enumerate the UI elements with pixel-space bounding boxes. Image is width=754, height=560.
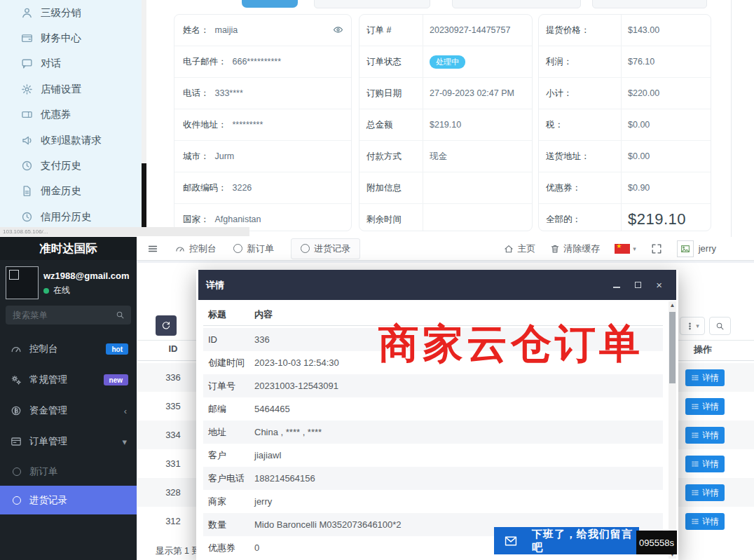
dark-sidebar: 准时达国际 wz1988@gmail.com 在线 控制台hot常规管理new资… — [0, 237, 137, 560]
detail-button[interactable]: 详情 — [685, 484, 725, 501]
refresh-icon — [161, 321, 171, 331]
sidebar-scrollbar[interactable] — [142, 0, 146, 233]
user-menu[interactable]: jerry — [677, 240, 716, 257]
detail-button[interactable]: 详情 — [685, 456, 725, 472]
detail-row: 订单状态处理中 — [359, 46, 532, 78]
refresh-button[interactable] — [156, 315, 177, 336]
sidebar-item[interactable]: 对话 — [0, 51, 145, 76]
menu-item[interactable]: 订单管理▾ — [0, 426, 137, 457]
field-label: 提货价格： — [546, 25, 590, 36]
filter-input[interactable] — [314, 0, 430, 8]
field-value: Jurm — [215, 151, 235, 161]
status-badge: 处理中 — [430, 55, 465, 69]
home-icon — [504, 244, 514, 254]
customer-details-card: 姓名：maijia电子邮件：666**********电话：333****收件地… — [174, 14, 352, 231]
nav-tab[interactable]: 进货记录 — [291, 238, 360, 259]
detail-button[interactable]: 详情 — [685, 369, 725, 386]
row-value: 0 — [254, 536, 259, 559]
row-value: 336 — [254, 328, 270, 351]
detail-row: 送货地址：$0.00 — [539, 141, 711, 172]
url-text: 103.108.65.106/... — [0, 227, 249, 236]
field-label: 姓名： — [183, 25, 210, 36]
field-label: 利润： — [546, 56, 573, 68]
submenu-item-label: 进货记录 — [29, 494, 67, 507]
menu-item-label: 常规管理 — [29, 374, 67, 386]
doc-icon — [21, 185, 33, 197]
sidebar-item-label: 支付历史 — [41, 159, 81, 172]
scrollbar-thumb[interactable] — [669, 312, 676, 383]
modal-scrollbar[interactable]: ▲ ▼ — [669, 301, 676, 559]
amounts-card: 提货价格：$143.00利润：$76.10小计：$220.00税：$0.00送货… — [538, 14, 711, 231]
field-label: 全部的： — [546, 214, 581, 226]
sidebar-item-label: 财务中心 — [41, 32, 81, 45]
submenu-item[interactable]: 新订单 — [0, 457, 137, 486]
field-label: 剩余时间 — [366, 214, 402, 226]
nav-tab[interactable]: 控制台 — [175, 243, 217, 255]
menu-item[interactable]: 常规管理new — [0, 364, 137, 395]
restore-icon[interactable] — [635, 282, 641, 288]
detail-button[interactable]: 详情 — [685, 427, 725, 444]
columns-button[interactable]: ▾ — [680, 317, 705, 335]
sidebar-item[interactable]: 三级分销 — [0, 0, 145, 25]
menu-item[interactable]: 资金管理‹ — [0, 395, 137, 426]
language-selector[interactable]: ★ ▾ — [615, 244, 636, 254]
minimize-icon[interactable] — [613, 282, 620, 288]
detail-button[interactable]: 详情 — [685, 398, 725, 415]
close-icon[interactable]: × — [656, 280, 662, 290]
chat-icon — [21, 57, 33, 69]
primary-button-partial[interactable] — [242, 0, 298, 8]
detail-row: 附加信息 — [359, 172, 532, 204]
chat-notification-bar[interactable]: 下班了，给我们留言吧 — [494, 527, 639, 554]
sidebar-item[interactable]: 优惠券 — [0, 102, 145, 128]
clear-cache-link[interactable]: 清除缓存 — [550, 243, 600, 255]
row-label: 创建时间 — [208, 351, 245, 374]
timer-badge: 095558s — [636, 531, 677, 554]
eye-icon[interactable] — [333, 25, 343, 35]
scrollbar-thumb[interactable] — [142, 163, 146, 233]
field-value: ********* — [233, 120, 263, 130]
scroll-up-icon[interactable]: ▲ — [669, 301, 676, 309]
row-value: jiajiawl — [254, 444, 281, 467]
row-label: 优惠券 — [208, 536, 235, 559]
detail-row: 收件地址：********* — [174, 109, 351, 141]
china-flag-icon: ★ — [615, 244, 630, 254]
detail-row: 小计：$220.00 — [539, 78, 711, 109]
settings-cogs-icon[interactable] — [731, 243, 742, 254]
field-label: 邮政编码： — [183, 182, 227, 194]
detail-button[interactable]: 详情 — [685, 513, 725, 530]
sidebar-item[interactable]: 收到退款请求 — [0, 128, 145, 153]
field-label: 附加信息 — [366, 182, 402, 194]
field-label: 国家： — [183, 214, 210, 226]
search-input[interactable] — [6, 306, 131, 325]
user-status: 在线 — [43, 285, 70, 296]
clear-cache-label: 清除缓存 — [563, 243, 600, 255]
menu-item-label: 订单管理 — [29, 435, 67, 448]
filter-input[interactable] — [452, 0, 581, 8]
field-value: $0.00 — [628, 151, 650, 161]
sidebar-item[interactable]: 信用分历史 — [0, 204, 145, 229]
column-header-id[interactable]: ID — [156, 343, 191, 354]
sidebar-item[interactable]: 佣金历史 — [0, 179, 145, 204]
home-link[interactable]: 主页 — [504, 243, 535, 255]
list-icon — [691, 374, 699, 382]
speaker-icon — [21, 135, 33, 146]
fullscreen-icon[interactable] — [651, 243, 662, 254]
nav-tab[interactable]: 新订单 — [233, 243, 274, 255]
detail-row: 邮政编码：3226 — [174, 172, 351, 204]
row-label: 客户 — [208, 444, 226, 467]
detail-row: 订单 #20230927-14475757 — [359, 15, 532, 46]
detail-modal: 详情 × 标题 内容 ID336创建时间2023-10-03 12:54:30订… — [196, 270, 678, 560]
menu-item[interactable]: 控制台hot — [0, 334, 137, 364]
user-icon — [21, 7, 33, 19]
row-value: jerry — [254, 490, 272, 513]
sidebar-item[interactable]: 店铺设置 — [0, 76, 145, 102]
table-search-button[interactable] — [709, 317, 731, 335]
sidebar-item[interactable]: 支付历史 — [0, 153, 145, 178]
sidebar-item[interactable]: 财务中心 — [0, 25, 145, 50]
modal-header[interactable]: 详情 × — [198, 270, 676, 300]
filter-input[interactable] — [592, 0, 707, 8]
user-email: wz1988@gmail.com — [43, 271, 130, 281]
search-icon[interactable] — [116, 310, 125, 320]
submenu-item[interactable]: 进货记录 — [0, 486, 137, 514]
menu-icon[interactable] — [147, 243, 158, 254]
